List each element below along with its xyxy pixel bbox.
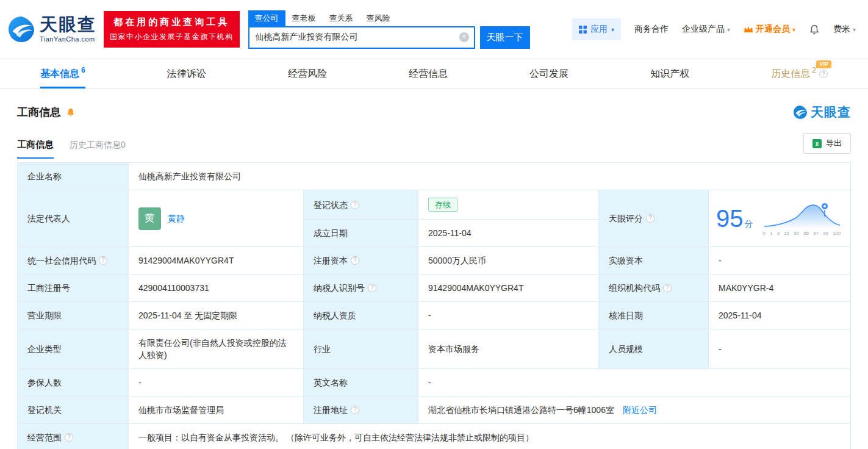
company-type-value: 有限责任公司(非自然人投资或控股的法人独资) bbox=[129, 329, 304, 369]
taxpayer-quality-value: - bbox=[418, 302, 599, 329]
grid-icon bbox=[579, 26, 587, 34]
subtabs-row: 工商信息 历史工商信息0 x 导出 bbox=[17, 133, 851, 159]
taxpayer-quality-label: 纳税人资质 bbox=[304, 302, 418, 329]
tab-history-info[interactable]: VIP 历史信息 2 ? bbox=[771, 59, 828, 88]
reg-address-label: 注册地址? bbox=[304, 397, 418, 424]
approval-date-value: 2025-11-04 bbox=[709, 302, 851, 329]
help-icon[interactable]: ? bbox=[663, 284, 672, 292]
reg-number-value: 429004110003731 bbox=[129, 275, 304, 302]
table-row: 工商注册号 429004110003731 纳税人识别号? 91429004MA… bbox=[18, 275, 851, 302]
clear-icon[interactable]: × bbox=[459, 32, 469, 42]
search-button[interactable]: 天眼一下 bbox=[480, 26, 530, 49]
insured-count-value: - bbox=[129, 369, 304, 397]
help-icon[interactable]: ? bbox=[99, 256, 107, 265]
score-label: 天眼评分? bbox=[599, 190, 709, 247]
table-row: 法定代表人 黄 黄静 登记状态? 存续 天眼评分? 95分 bbox=[18, 190, 851, 220]
search-tab-relation[interactable]: 查关系 bbox=[323, 10, 360, 26]
approval-date-label: 核准日期 bbox=[599, 302, 709, 329]
logo-subtitle: TianYanCha.com bbox=[40, 35, 96, 43]
table-row: 登记机关 仙桃市市场监督管理局 注册地址? 湖北省仙桃市长埫口镇通港公路特一号6… bbox=[18, 397, 851, 424]
enterprise-products-menu[interactable]: 企业级产品 ▾ bbox=[682, 24, 730, 35]
company-type-label: 企业类型 bbox=[18, 329, 129, 369]
alert-bell-icon[interactable] bbox=[66, 107, 76, 117]
table-row: 营业期限 2025-11-04 至 无固定期限 纳税人资质 - 核准日期 202… bbox=[18, 302, 851, 329]
reg-capital-label: 注册资本? bbox=[304, 247, 418, 275]
notification-bell-icon[interactable] bbox=[809, 24, 820, 35]
legal-rep-value: 黄 黄静 bbox=[129, 190, 304, 247]
apps-button[interactable]: 应用 ▾ bbox=[572, 18, 621, 40]
promo-line1: 都在用的商业查询工具 bbox=[110, 16, 234, 28]
reg-authority-label: 登记机关 bbox=[18, 397, 129, 424]
excel-icon: x bbox=[812, 139, 822, 148]
header-right: 应用 ▾ 商务合作 企业级产品 ▾ 开通会员 ▾ 费米 ▾ bbox=[572, 18, 856, 40]
table-row: 经营范围? 一般项目：以自有资金从事投资活动。 （除许可业务外，可自主依法经营法… bbox=[18, 424, 851, 449]
vip-badge: VIP bbox=[816, 60, 831, 68]
status-badge: 存续 bbox=[428, 198, 457, 212]
reg-address-value: 湖北省仙桃市长埫口镇通港公路特一号6幢1006室附近公司 bbox=[418, 397, 851, 424]
staff-size-value: - bbox=[709, 329, 851, 369]
search-tabs: 查公司 查老板 查关系 查风险 bbox=[248, 10, 530, 26]
tab-count: 2 bbox=[812, 66, 816, 74]
tab-count: 6 bbox=[81, 66, 85, 74]
tab-operation-risk[interactable]: 经营风险 bbox=[288, 59, 327, 88]
help-icon[interactable]: ? bbox=[65, 433, 73, 442]
legal-rep-avatar[interactable]: 黄 bbox=[138, 207, 161, 230]
tianyancha-logo[interactable]: 天眼查 TianYanCha.com bbox=[7, 15, 96, 43]
org-code-value: MAK0YYGR-4 bbox=[709, 275, 851, 302]
chevron-down-icon: ▾ bbox=[727, 26, 730, 33]
top-header: 天眼查 TianYanCha.com 都在用的商业查询工具 国家中小企业发展子基… bbox=[0, 0, 868, 59]
reg-number-label: 工商注册号 bbox=[18, 275, 129, 302]
taxpayer-id-label: 纳税人识别号? bbox=[304, 275, 418, 302]
section-header: 工商信息 天眼查 bbox=[17, 104, 851, 121]
business-cooperation-link[interactable]: 商务合作 bbox=[634, 24, 669, 35]
business-term-value: 2025-11-04 至 无固定期限 bbox=[129, 302, 304, 329]
subtab-history-business-info[interactable]: 历史工商信息0 bbox=[70, 140, 126, 159]
tab-company-development[interactable]: 公司发展 bbox=[529, 59, 569, 88]
reg-status-label: 登记状态? bbox=[304, 190, 418, 220]
score-axis: 0131550859799100 bbox=[763, 231, 841, 236]
user-menu[interactable]: 费米 ▾ bbox=[833, 24, 856, 35]
credit-code-label: 统一社会信用代码? bbox=[18, 247, 129, 275]
establish-date-label: 成立日期 bbox=[304, 220, 418, 247]
english-name-value: - bbox=[418, 369, 851, 397]
legal-rep-link[interactable]: 黄静 bbox=[168, 212, 185, 224]
chevron-down-icon: ▾ bbox=[853, 26, 856, 33]
tab-basic-info[interactable]: 基本信息 6 bbox=[40, 59, 85, 88]
search-area: 查公司 查老板 查关系 查风险 × 天眼一下 bbox=[248, 10, 530, 49]
staff-size-label: 人员规模 bbox=[599, 329, 709, 369]
insured-count-label: 参保人数 bbox=[18, 369, 129, 397]
search-tab-company[interactable]: 查公司 bbox=[248, 10, 285, 26]
business-scope-label: 经营范围? bbox=[18, 424, 129, 449]
help-icon[interactable]: ? bbox=[351, 201, 359, 209]
tab-operation-info[interactable]: 经营信息 bbox=[409, 59, 448, 88]
main-content: 工商信息 天眼查 工商信息 历史工商信息0 x 导出 bbox=[0, 104, 868, 449]
search-tab-boss[interactable]: 查老板 bbox=[285, 10, 323, 26]
promo-line2: 国家中小企业发展子基金旗下机构 bbox=[110, 32, 234, 42]
chevron-down-icon: ▾ bbox=[611, 26, 614, 33]
open-membership-menu[interactable]: 开通会员 ▾ bbox=[744, 24, 795, 35]
tianyancha-logo-icon bbox=[7, 15, 35, 43]
search-tab-risk[interactable]: 查风险 bbox=[360, 10, 397, 26]
help-icon[interactable]: ? bbox=[351, 256, 359, 265]
credit-code-value: 91429004MAK0YYGR4T bbox=[129, 247, 304, 275]
help-icon[interactable]: ? bbox=[351, 406, 359, 414]
chevron-down-icon: ▾ bbox=[792, 26, 795, 33]
help-icon[interactable]: ? bbox=[368, 284, 376, 292]
search-input[interactable] bbox=[248, 26, 475, 49]
company-name-label: 企业名称 bbox=[18, 163, 129, 190]
subtab-business-info[interactable]: 工商信息 bbox=[17, 139, 54, 159]
table-row: 统一社会信用代码? 91429004MAK0YYGR4T 注册资本? 50000… bbox=[18, 247, 851, 275]
company-name-value: 仙桃高新产业投资有限公司 bbox=[129, 163, 851, 190]
tab-legal-litigation[interactable]: 法律诉讼 bbox=[167, 59, 206, 88]
help-icon[interactable]: ? bbox=[646, 214, 655, 223]
export-button[interactable]: x 导出 bbox=[803, 133, 851, 154]
table-row: 企业类型 有限责任公司(非自然人投资或控股的法人独资) 行业 资本市场服务 人员… bbox=[18, 329, 851, 369]
crown-icon bbox=[744, 26, 753, 33]
help-icon[interactable]: ? bbox=[819, 70, 828, 78]
score-number: 95分 bbox=[716, 206, 753, 231]
score-distribution-chart: 0131550859799100 bbox=[763, 201, 841, 236]
tab-intellectual-property[interactable]: 知识产权 bbox=[650, 59, 689, 88]
english-name-label: 英文名称 bbox=[304, 369, 418, 397]
nearby-companies-link[interactable]: 附近公司 bbox=[623, 405, 657, 415]
industry-value: 资本市场服务 bbox=[418, 329, 599, 369]
